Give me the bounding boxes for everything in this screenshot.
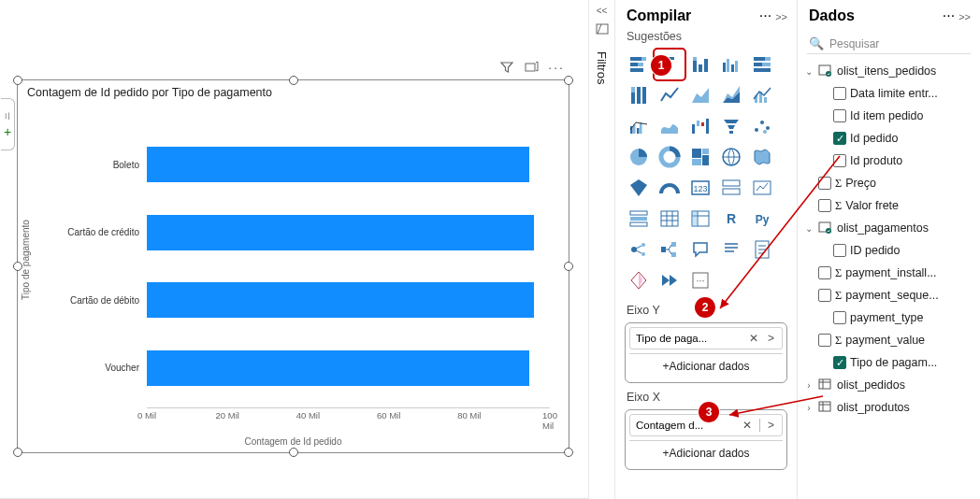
resize-handle[interactable] <box>564 448 573 457</box>
viz-r-script-icon[interactable]: R <box>717 205 745 233</box>
table-node[interactable]: ⌄olist_itens_pedidos <box>803 60 974 82</box>
viz-qa-icon[interactable] <box>686 235 714 264</box>
visual-more-icon[interactable]: ··· <box>548 60 565 78</box>
viz-azure-map-icon[interactable] <box>625 174 653 202</box>
resize-handle[interactable] <box>13 76 22 85</box>
viz-area-icon[interactable] <box>686 81 714 109</box>
bar[interactable] <box>147 215 534 250</box>
field-checkbox[interactable] <box>818 199 831 212</box>
remove-field-icon[interactable]: ✕ <box>741 419 754 432</box>
field-options-icon[interactable]: > <box>766 419 776 432</box>
viz-scatter-icon[interactable] <box>748 112 776 140</box>
viz-kpi-icon[interactable] <box>748 174 776 202</box>
resize-handle[interactable] <box>564 76 573 85</box>
resize-handle[interactable] <box>289 76 298 85</box>
viz-treemap-icon[interactable] <box>686 143 714 171</box>
viz-table-icon[interactable] <box>656 205 684 233</box>
viz-100-stacked-column-icon[interactable] <box>625 81 653 109</box>
viz-funnel-icon[interactable] <box>717 112 745 140</box>
viz-filled-map-icon[interactable] <box>748 143 776 171</box>
viz-pie-icon[interactable] <box>625 143 653 171</box>
svg-rect-26 <box>637 87 641 104</box>
filters-format-icon[interactable] <box>595 21 610 40</box>
resize-handle[interactable] <box>289 448 298 457</box>
viz-stacked-area-icon[interactable] <box>717 81 745 109</box>
pane-more-icon[interactable]: ··· <box>943 7 955 23</box>
viz-get-more-icon[interactable]: ··· <box>686 266 714 294</box>
field-node[interactable]: Σpayment_seque... <box>803 284 974 307</box>
field-node[interactable]: Id item pedido <box>803 105 974 127</box>
field-checkbox[interactable] <box>833 87 846 100</box>
viz-python-icon[interactable]: Py <box>748 205 776 233</box>
field-node[interactable]: ✓Id pedido <box>803 127 974 150</box>
filter-icon[interactable] <box>499 60 514 78</box>
search-input[interactable]: 🔍 Pesquisar <box>807 34 971 54</box>
viz-multi-row-card-icon[interactable] <box>717 174 745 202</box>
field-node[interactable]: Σpayment_install... <box>803 262 974 284</box>
field-checkbox[interactable] <box>818 289 831 302</box>
bar[interactable] <box>147 350 529 386</box>
viz-100-stacked-bar-icon[interactable] <box>748 50 776 78</box>
field-checkbox[interactable] <box>833 244 846 257</box>
viz-power-apps-icon[interactable] <box>625 266 653 294</box>
resize-handle[interactable] <box>13 262 22 271</box>
bar[interactable] <box>147 147 529 182</box>
field-checkbox[interactable] <box>833 154 846 167</box>
axis-y-well[interactable]: Tipo de paga... ✕ > +Adicionar dados <box>625 322 787 383</box>
viz-matrix-icon[interactable] <box>686 205 714 233</box>
viz-stacked-column-icon[interactable] <box>686 50 714 78</box>
field-checkbox[interactable] <box>818 177 831 190</box>
viz-line-stacked-column-icon[interactable] <box>748 81 776 109</box>
field-checkbox[interactable] <box>818 266 831 279</box>
viz-decomposition-tree-icon[interactable] <box>656 235 684 264</box>
field-node[interactable]: Id produto <box>803 150 974 172</box>
viz-gauge-icon[interactable] <box>656 174 684 202</box>
table-node[interactable]: ⌄olist_pagamentos <box>803 217 974 239</box>
viz-card-icon[interactable]: 123 <box>686 174 714 202</box>
viz-ribbon-icon[interactable] <box>656 112 684 140</box>
field-node[interactable]: ID pedido <box>803 239 974 262</box>
viz-line-icon[interactable] <box>656 81 684 109</box>
axis-y-field[interactable]: Tipo de paga... ✕ > <box>629 327 783 349</box>
field-node[interactable]: ΣValor frete <box>803 194 974 217</box>
field-node[interactable]: ΣPreço <box>803 172 974 194</box>
pane-collapse-icon[interactable]: >> <box>775 11 787 22</box>
axis-x-add-button[interactable]: +Adicionar dados <box>629 440 783 465</box>
viz-slicer-icon[interactable] <box>625 205 653 233</box>
viz-clustered-column-icon[interactable] <box>717 50 745 78</box>
viz-smart-narrative-icon[interactable] <box>717 235 745 264</box>
field-node[interactable]: payment_type <box>803 307 974 329</box>
focus-mode-icon[interactable] <box>524 60 539 78</box>
filters-collapsed-pane[interactable]: << Filtros <box>589 0 615 499</box>
pane-collapse-icon[interactable]: >> <box>958 11 971 22</box>
viz-line-clustered-column-icon[interactable] <box>625 112 653 140</box>
field-node[interactable]: Σpayment_value <box>803 329 974 351</box>
field-checkbox[interactable] <box>833 109 846 122</box>
field-node[interactable]: Data limite entr... <box>803 82 974 105</box>
viz-power-automate-icon[interactable] <box>656 266 684 294</box>
field-node[interactable]: ✓Tipo de pagam... <box>803 351 974 374</box>
report-canvas[interactable]: 〢 + ··· Contagem de Id pedido por Tipo d… <box>0 0 589 499</box>
expand-filters-icon[interactable]: << <box>597 6 608 16</box>
visual-selection-frame[interactable]: ··· Contagem de Id pedido por Tipo de pa… <box>17 79 569 453</box>
table-node[interactable]: ›olist_produtos <box>803 396 974 419</box>
viz-paginated-report-icon[interactable] <box>748 235 776 264</box>
bar[interactable] <box>147 282 534 318</box>
field-checkbox[interactable] <box>818 334 831 347</box>
canvas-side-tool[interactable]: 〢 + <box>1 98 15 150</box>
field-checkbox[interactable]: ✓ <box>833 132 846 145</box>
resize-handle[interactable] <box>13 448 22 457</box>
viz-waterfall-icon[interactable] <box>686 112 714 140</box>
field-options-icon[interactable]: > <box>766 332 776 345</box>
viz-stacked-bar-icon[interactable] <box>625 50 653 78</box>
table-node[interactable]: ›olist_pedidos <box>803 374 974 396</box>
field-checkbox[interactable] <box>833 311 846 324</box>
axis-y-add-button[interactable]: +Adicionar dados <box>629 353 783 378</box>
resize-handle[interactable] <box>564 262 573 271</box>
field-checkbox[interactable]: ✓ <box>833 356 846 369</box>
viz-map-icon[interactable] <box>717 143 745 171</box>
viz-key-influencers-icon[interactable] <box>625 235 653 264</box>
pane-more-icon[interactable]: ··· <box>759 7 771 23</box>
viz-donut-icon[interactable] <box>656 143 684 171</box>
remove-field-icon[interactable]: ✕ <box>747 332 760 345</box>
